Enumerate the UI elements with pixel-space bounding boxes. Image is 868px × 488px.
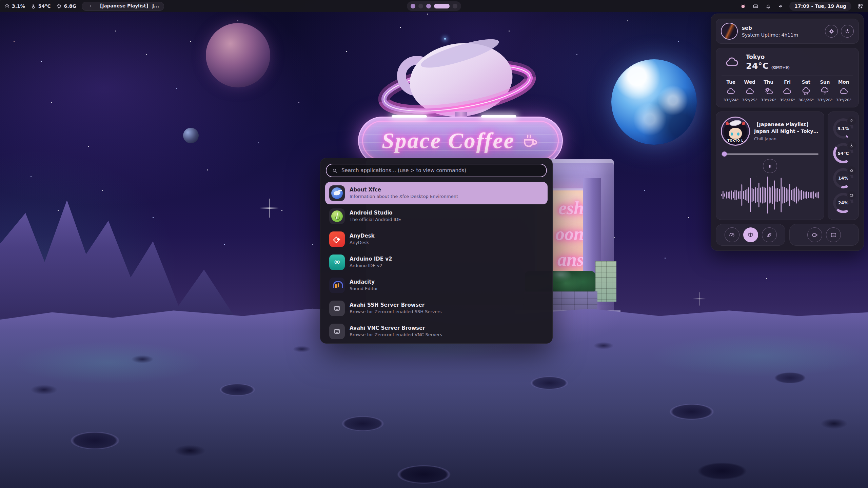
launcher-item[interactable]: Android StudioThe official Android IDE bbox=[325, 205, 548, 227]
cloud-icon bbox=[726, 87, 735, 96]
app-icon-tile bbox=[329, 208, 345, 224]
search-bar[interactable] bbox=[326, 164, 547, 177]
weather-timezone: (GMT+9) bbox=[771, 65, 790, 70]
launcher-item[interactable]: AnyDeskAnyDesk bbox=[325, 228, 548, 250]
workspace-dot-5[interactable] bbox=[453, 4, 457, 8]
now-playing-pill[interactable]: 【Japanese Playlist】 J... bbox=[82, 2, 164, 11]
star-glare bbox=[269, 207, 270, 209]
app-list: About XfceInformation about the Xfce Des… bbox=[325, 182, 548, 343]
chip-icon bbox=[56, 3, 62, 9]
launcher-item[interactable]: ∞Arduino IDE v2Arduino IDE v2 bbox=[325, 251, 548, 273]
album-art[interactable]: TOKYO L bbox=[721, 117, 750, 146]
seek-knob[interactable] bbox=[722, 151, 727, 157]
workspace-dot-1[interactable] bbox=[411, 4, 415, 8]
screen-record-button[interactable] bbox=[807, 227, 822, 242]
pause-icon bbox=[87, 2, 94, 10]
app-name: Avahi SSH Server Browser bbox=[350, 302, 442, 308]
power-icon bbox=[845, 28, 850, 34]
forecast-temps: 33°/26° bbox=[817, 98, 833, 102]
storm-icon bbox=[820, 87, 829, 96]
sign-light bbox=[481, 115, 516, 118]
album-art-label: TOKYO L bbox=[722, 139, 749, 142]
gear-icon bbox=[829, 28, 834, 34]
weather-temperature: 24°C bbox=[746, 61, 769, 71]
network-port-icon bbox=[333, 327, 341, 336]
forecast-day-label: Sat bbox=[802, 79, 810, 85]
forecast-day: Mon33°/26° bbox=[834, 79, 853, 102]
power-button[interactable] bbox=[841, 25, 854, 38]
power-saver-button[interactable] bbox=[762, 227, 777, 242]
clock[interactable]: 17:09 - Tue, 19 Aug bbox=[789, 2, 851, 11]
system-stat[interactable]: 6.8G bbox=[56, 3, 76, 9]
forecast-temps: 33°/24° bbox=[723, 98, 739, 102]
rain-icon bbox=[802, 87, 811, 96]
grid-icon[interactable] bbox=[856, 2, 864, 10]
app-text: AudacitySound Editor bbox=[350, 279, 378, 292]
track-subtitle: Chill Japan. bbox=[754, 136, 819, 141]
sign-light bbox=[392, 115, 427, 118]
app-description: Information about the Xfce Desktop Envir… bbox=[350, 194, 458, 200]
app-name: Avahi VNC Server Browser bbox=[350, 325, 442, 331]
forecast-day: Fri35°/26° bbox=[778, 79, 796, 102]
scales-icon bbox=[747, 232, 754, 238]
launcher-item[interactable]: AudacitySound Editor bbox=[325, 274, 548, 297]
system-stat[interactable]: 3.1% bbox=[4, 3, 25, 9]
audio-visualizer bbox=[721, 174, 819, 216]
system-gauges: 3.1%54°C14%24% bbox=[828, 111, 859, 220]
audacity-icon bbox=[332, 281, 342, 290]
weekly-forecast: Tue33°/24°Wed35°/25°Thu33°/26°Fri35°/26°… bbox=[722, 79, 853, 102]
speedometer-icon bbox=[729, 232, 735, 238]
pause-icon bbox=[767, 163, 773, 169]
seek-bar[interactable] bbox=[721, 151, 819, 157]
app-text: AnyDeskAnyDesk bbox=[350, 233, 375, 246]
side-panel: seb System Uptime: 4h11m Tokyo 24°C (GMT… bbox=[711, 14, 864, 251]
top-panel-right: 17:09 - Tue, 19 Aug bbox=[739, 2, 864, 11]
app-text: Avahi SSH Server BrowserBrowse for Zeroc… bbox=[350, 302, 442, 315]
performance-button[interactable] bbox=[725, 227, 739, 242]
search-input[interactable] bbox=[341, 167, 541, 174]
media-player-card: TOKYO L 【Japanese Playlist】 Japan All Ni… bbox=[716, 111, 824, 220]
launcher-item[interactable]: About XfceInformation about the Xfce Des… bbox=[325, 182, 548, 204]
workspace-dot-3[interactable] bbox=[426, 4, 431, 8]
videocam-icon bbox=[812, 232, 818, 238]
forecast-day: Tue33°/24° bbox=[722, 79, 740, 102]
launcher-item[interactable]: Avahi VNC Server BrowserBrowse for Zeroc… bbox=[325, 320, 548, 343]
app-icon-tile bbox=[329, 231, 345, 247]
volume-icon[interactable] bbox=[777, 2, 784, 10]
wallpaper-icon[interactable] bbox=[752, 2, 759, 10]
workspace-switcher[interactable] bbox=[407, 1, 461, 11]
power-mode-switcher bbox=[716, 224, 785, 246]
forecast-day-label: Sun bbox=[820, 79, 830, 85]
forecast-day-label: Fri bbox=[784, 79, 791, 85]
workspace-dot-4[interactable] bbox=[434, 4, 450, 8]
app-tray-icon[interactable] bbox=[739, 2, 747, 10]
system-stat[interactable]: 54°C bbox=[31, 3, 51, 9]
system-tray bbox=[739, 2, 784, 10]
app-icon-tile bbox=[329, 301, 345, 316]
balanced-button[interactable] bbox=[743, 227, 758, 242]
app-text: Avahi VNC Server BrowserBrowse for Zeroc… bbox=[350, 325, 442, 338]
workspace-dot-2[interactable] bbox=[418, 4, 423, 8]
avatar[interactable] bbox=[721, 23, 738, 40]
launcher-item[interactable]: Avahi SSH Server BrowserBrowse for Zeroc… bbox=[325, 297, 548, 320]
earth-planet bbox=[611, 59, 697, 145]
window-neon-line: esh bbox=[555, 195, 584, 221]
speedometer-icon bbox=[847, 117, 856, 125]
forecast-temps: 33°/26° bbox=[836, 98, 851, 102]
forecast-day-label: Mon bbox=[838, 79, 849, 85]
screenshot-button[interactable] bbox=[826, 227, 841, 242]
app-description: Browse for Zeroconf-enabled SSH Servers bbox=[350, 309, 442, 315]
forecast-day: Sun33°/26° bbox=[815, 79, 834, 102]
app-name: Arduino IDE v2 bbox=[350, 256, 392, 262]
app-launcher: About XfceInformation about the Xfce Des… bbox=[320, 158, 553, 344]
anydesk-icon bbox=[334, 236, 340, 242]
gauge: 24% bbox=[833, 193, 853, 213]
neon-cup-icon bbox=[521, 131, 539, 150]
play-pause-button[interactable] bbox=[763, 159, 777, 173]
app-text: About XfceInformation about the Xfce Des… bbox=[350, 187, 458, 200]
app-icon-tile: ∞ bbox=[329, 255, 345, 270]
forecast-day: Wed35°/25° bbox=[740, 79, 759, 102]
bell-icon[interactable] bbox=[764, 2, 772, 10]
settings-button[interactable] bbox=[825, 25, 838, 38]
cloud-icon bbox=[745, 87, 754, 96]
